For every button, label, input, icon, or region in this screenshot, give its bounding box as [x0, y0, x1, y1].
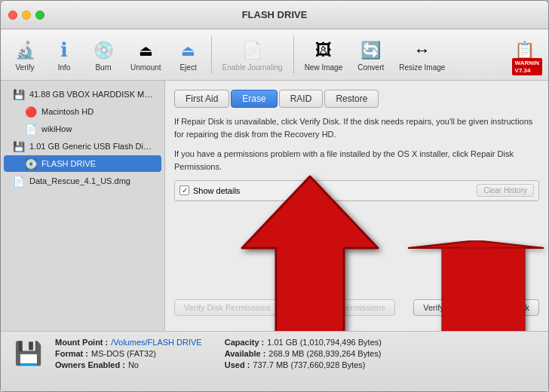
- resize-image-icon: ↔: [410, 38, 434, 63]
- right-panel: First Aid Erase RAID Restore If Repair D…: [165, 81, 548, 331]
- log-wrapper: Show details Clear History: [174, 180, 539, 293]
- show-details-left: Show details: [179, 185, 240, 195]
- toolbar: 🔬 Verify ℹ Info 💿 Burn ⏏ Unmount ⏏ Eject: [1, 29, 548, 81]
- minimize-button[interactable]: [22, 11, 31, 20]
- status-col-left: Mount Point : /Volumes/FLASH DRIVE Forma…: [55, 338, 202, 369]
- close-button[interactable]: [8, 11, 17, 20]
- resize-image-label: Resize Image: [399, 63, 445, 72]
- show-details-row: Show details Clear History: [175, 181, 538, 201]
- data-rescue-icon: 📄: [13, 175, 25, 187]
- owners-label: Owners Enabled :: [55, 360, 125, 369]
- sidebar-item-macintosh-hd[interactable]: 🔴 Macintosh HD: [4, 103, 161, 120]
- toolbar-wrapper: 🔬 Verify ℹ Info 💿 Burn ⏏ Unmount ⏏ Eject: [1, 29, 548, 81]
- info-label: Info: [58, 63, 71, 72]
- unmount-label: Unmount: [130, 63, 161, 72]
- tabs: First Aid Erase RAID Restore: [174, 90, 539, 108]
- new-image-label: New Image: [305, 63, 343, 72]
- show-details-checkbox[interactable]: [179, 185, 189, 195]
- convert-label: Convert: [357, 63, 384, 72]
- description-text-2: If you have a permissions problem with a…: [174, 148, 539, 173]
- repair-disk-button[interactable]: Repair Disk: [477, 299, 539, 316]
- used-value: 737.7 MB (737,660,928 Bytes): [253, 360, 365, 369]
- sidebar-item-flash-drive[interactable]: 💽 FLASH DRIVE: [4, 155, 161, 172]
- toolbar-new-image[interactable]: 🖼 New Image: [299, 35, 349, 75]
- capacity-row: Capacity : 1.01 GB (1,010,794,496 Bytes): [225, 338, 382, 347]
- macintosh-hd-icon: 🔴: [25, 106, 37, 118]
- warning-badge: WARNINV7.34: [512, 58, 542, 75]
- description-text-1: If Repair Disk is unavailable, click Ver…: [174, 115, 539, 140]
- clear-history-button[interactable]: Clear History: [477, 184, 534, 197]
- mount-point-value[interactable]: /Volumes/FLASH DRIVE: [111, 338, 201, 347]
- status-bar: 💾 Mount Point : /Volumes/FLASH DRIVE For…: [1, 331, 548, 391]
- eject-icon: ⏏: [176, 38, 201, 63]
- flash-drive-icon: 💽: [25, 158, 37, 170]
- repair-disk-permissions-button[interactable]: Repair Disk Permissions: [285, 299, 395, 316]
- toolbar-unmount[interactable]: ⏏ Unmount: [124, 35, 167, 75]
- toolbar-resize-image[interactable]: ↔ Resize Image: [393, 35, 451, 75]
- format-label: Format :: [55, 349, 88, 358]
- toolbar-convert[interactable]: 🔄 Convert: [351, 35, 390, 75]
- toolbar-eject[interactable]: ⏏ Eject: [170, 35, 207, 75]
- sidebar-item-usb[interactable]: 💾 1.01 GB Generic USB Flash Disk Media: [4, 138, 161, 155]
- traffic-lights: [8, 11, 44, 20]
- wikihow-label: wikiHow: [41, 124, 155, 133]
- show-details-label: Show details: [193, 186, 240, 195]
- vbox-label: 41.88 GB VBOX HARDDISK Media: [29, 90, 155, 99]
- owners-row: Owners Enabled : No: [55, 360, 202, 369]
- tab-restore[interactable]: Restore: [324, 90, 379, 108]
- verify-label: Verify: [15, 63, 34, 72]
- format-value: MS-DOS (FAT32): [91, 349, 156, 358]
- erase-content: If Repair Disk is unavailable, click Ver…: [174, 115, 539, 322]
- flash-drive-label: FLASH DRIVE: [41, 159, 155, 168]
- verify-disk-button[interactable]: Verify Disk: [413, 299, 472, 316]
- bottom-buttons-left: Verify Disk Permissions Repair Disk Perm…: [174, 299, 395, 316]
- enable-journaling-icon: 📄: [241, 38, 265, 63]
- tab-raid[interactable]: RAID: [279, 90, 324, 108]
- window-title: FLASH DRIVE: [242, 9, 308, 20]
- drive-icon: 💾: [13, 338, 43, 368]
- vbox-icon: 💾: [13, 88, 25, 100]
- enable-journaling-label: Enable Journaling: [222, 63, 283, 72]
- svg-rect-1: [442, 248, 525, 331]
- toolbar-verify[interactable]: 🔬 Verify: [7, 35, 43, 75]
- verify-icon: 🔬: [13, 38, 37, 63]
- svg-marker-0: [408, 240, 544, 301]
- tab-first-aid[interactable]: First Aid: [174, 90, 229, 108]
- sidebar: 💾 41.88 GB VBOX HARDDISK Media 🔴 Macinto…: [1, 81, 165, 331]
- new-image-icon: 🖼: [311, 38, 336, 63]
- owners-value: No: [128, 360, 139, 369]
- sidebar-item-wikihow[interactable]: 📄 wikiHow: [4, 121, 161, 137]
- toolbar-enable-journaling[interactable]: 📄 Enable Journaling: [216, 35, 289, 75]
- tab-erase[interactable]: Erase: [231, 90, 277, 108]
- status-col-right: Capacity : 1.01 GB (1,010,794,496 Bytes)…: [225, 338, 382, 369]
- info-icon: ℹ: [52, 38, 76, 63]
- sidebar-section-1: 💾 41.88 GB VBOX HARDDISK Media 🔴 Macinto…: [1, 86, 164, 189]
- macintosh-hd-label: Macintosh HD: [41, 107, 155, 116]
- titlebar: FLASH DRIVE: [1, 1, 548, 29]
- data-rescue-label: Data_Rescue_4.1_US.dmg: [29, 176, 155, 185]
- format-row: Format : MS-DOS (FAT32): [55, 349, 202, 358]
- separator-2: [293, 36, 294, 74]
- main-area: 💾 41.88 GB VBOX HARDDISK Media 🔴 Macinto…: [1, 81, 548, 331]
- usb-label: 1.01 GB Generic USB Flash Disk Media: [29, 142, 155, 151]
- verify-disk-permissions-button[interactable]: Verify Disk Permissions: [174, 299, 281, 316]
- right-panel-wrapper: First Aid Erase RAID Restore If Repair D…: [165, 81, 548, 331]
- arrow-overlay: [385, 240, 548, 331]
- maximize-button[interactable]: [35, 11, 44, 20]
- burn-icon: 💿: [91, 38, 115, 63]
- used-row: Used : 737.7 MB (737,660,928 Bytes): [225, 360, 382, 369]
- toolbar-burn[interactable]: 💿 Burn: [85, 35, 121, 75]
- sidebar-item-vbox[interactable]: 💾 41.88 GB VBOX HARDDISK Media: [4, 86, 161, 103]
- capacity-value: 1.01 GB (1,010,794,496 Bytes): [267, 338, 382, 347]
- burn-label: Burn: [95, 63, 111, 72]
- available-label: Available :: [225, 349, 266, 358]
- separator-1: [211, 36, 212, 74]
- usb-icon: 💾: [13, 140, 25, 152]
- unmount-icon: ⏏: [133, 38, 158, 63]
- sidebar-item-data-rescue[interactable]: 📄 Data_Rescue_4.1_US.dmg: [4, 173, 161, 189]
- disk-utility-window: FLASH DRIVE 🔬 Verify ℹ Info 💿 Burn ⏏ Unm…: [0, 0, 549, 392]
- mount-point-label: Mount Point :: [55, 338, 108, 347]
- toolbar-info[interactable]: ℹ Info: [46, 35, 82, 75]
- wikihow-icon: 📄: [25, 123, 37, 135]
- bottom-buttons: Verify Disk Permissions Repair Disk Perm…: [174, 299, 539, 316]
